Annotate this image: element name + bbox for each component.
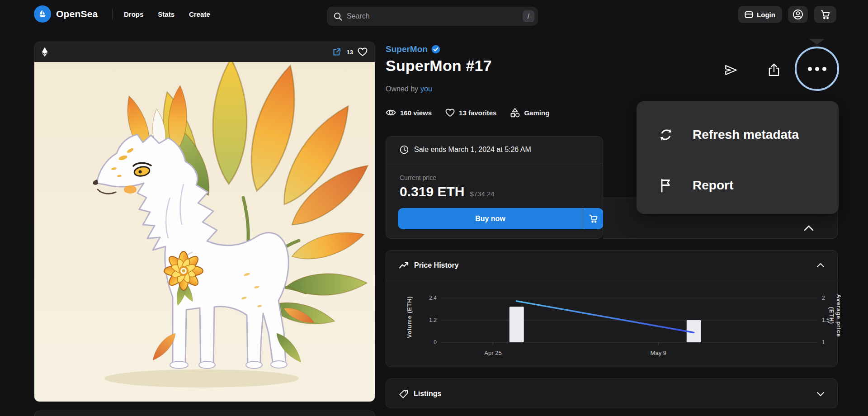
open-original-icon[interactable] — [332, 47, 341, 57]
item-stats: 160 views 13 favorites Gaming — [386, 108, 549, 118]
login-button[interactable]: Login — [738, 6, 782, 23]
more-options-menu: Refresh metadata Report — [637, 101, 839, 214]
tag-icon — [399, 389, 408, 399]
menu-caret — [809, 39, 825, 45]
svg-text:1.2: 1.2 — [429, 317, 437, 323]
svg-text:May 9: May 9 — [651, 350, 666, 356]
category-shapes-icon — [510, 108, 520, 118]
sale-ends-text: Sale ends March 1, 2024 at 5:26 AM — [414, 146, 531, 154]
sale-card: Sale ends March 1, 2024 at 5:26 AM Curre… — [386, 136, 603, 239]
svg-text:0: 0 — [434, 339, 437, 345]
listings-header[interactable]: Listings — [386, 379, 837, 409]
nav-link-stats[interactable]: Stats — [158, 10, 175, 18]
line-chart-icon — [399, 260, 409, 270]
menu-item-refresh-metadata[interactable]: Refresh metadata — [637, 109, 839, 160]
transfer-button[interactable] — [722, 61, 740, 79]
cart-icon — [589, 214, 598, 223]
login-label: Login — [757, 11, 775, 19]
add-to-cart-button[interactable] — [583, 208, 604, 229]
more-options-button[interactable] — [795, 47, 839, 91]
svg-text:1: 1 — [822, 339, 825, 345]
price-row: 0.319 ETH $734.24 — [400, 184, 603, 199]
nav-cart-button[interactable] — [814, 6, 836, 23]
sale-countdown-row: Sale ends March 1, 2024 at 5:26 AM — [386, 137, 603, 163]
description-card-peek — [34, 411, 375, 416]
nav-divider — [112, 9, 113, 19]
primary-nav: Drops Stats Create — [124, 0, 210, 28]
collection-row: SuperMon — [386, 44, 440, 54]
search-icon — [333, 12, 342, 21]
price-eth: 0.319 ETH — [400, 184, 464, 199]
search-bar: / — [327, 7, 538, 26]
nft-image[interactable] — [34, 62, 375, 402]
nft-media-card: 13 — [34, 42, 375, 402]
listings-title: Listings — [414, 390, 441, 398]
refresh-icon — [657, 126, 675, 143]
clock-icon — [400, 145, 409, 154]
price-history-header[interactable]: Price History — [386, 251, 837, 280]
user-circle-icon — [793, 9, 803, 20]
chevron-up-icon — [804, 225, 814, 231]
flag-icon — [657, 177, 675, 194]
price-history-panel: Price History 01.22.411.52Apr 25May 9 Vo… — [386, 250, 838, 367]
nft-artwork — [34, 62, 375, 402]
favorite-heart-icon[interactable] — [358, 47, 368, 57]
svg-text:2.4: 2.4 — [429, 295, 437, 301]
price-history-chart: 01.22.411.52Apr 25May 9 — [386, 280, 838, 368]
collection-link[interactable]: SuperMon — [386, 44, 428, 54]
account-button[interactable] — [788, 6, 808, 23]
owned-by-label: Owned by — [386, 85, 418, 93]
brand-wordmark: OpenSea — [56, 0, 98, 28]
eye-icon — [386, 109, 396, 117]
nav-link-drops[interactable]: Drops — [124, 10, 143, 18]
owner-row: Owned byyou — [386, 85, 432, 93]
svg-text:2: 2 — [822, 295, 825, 301]
ethereum-icon — [42, 47, 48, 57]
buy-row: Buy now — [398, 208, 604, 229]
media-toolbar: 13 — [34, 42, 375, 62]
chevron-up-icon — [816, 263, 825, 268]
category-stat: Gaming — [510, 108, 549, 118]
page-title: SuperMon #17 — [386, 57, 492, 75]
buy-now-button[interactable]: Buy now — [398, 208, 583, 229]
favorites-stat: 13 favorites — [445, 109, 496, 117]
cart-icon — [820, 9, 830, 20]
menu-item-report[interactable]: Report — [637, 160, 839, 211]
listings-panel: Listings — [386, 378, 838, 408]
share-button[interactable] — [765, 61, 783, 79]
heart-icon — [445, 109, 455, 117]
nav-link-create[interactable]: Create — [189, 10, 210, 18]
opensea-logo[interactable] — [34, 5, 51, 23]
ellipsis-icon — [808, 67, 812, 71]
price-history-title: Price History — [414, 261, 459, 269]
price-usd: $734.24 — [470, 190, 494, 198]
wallet-icon — [745, 11, 753, 19]
search-input[interactable] — [347, 12, 523, 20]
chevron-down-icon — [816, 392, 825, 397]
media-favorites-count: 13 — [347, 49, 353, 56]
collapse-section-button[interactable] — [801, 220, 817, 236]
opensea-item-page: OpenSea Drops Stats Create / Login — [0, 0, 868, 416]
svg-text:Apr 25: Apr 25 — [484, 350, 501, 356]
search-shortcut-key: / — [523, 10, 534, 22]
share-icon — [766, 62, 782, 78]
top-nav: OpenSea Drops Stats Create / Login — [0, 0, 868, 28]
owner-link[interactable]: you — [420, 85, 432, 93]
send-icon — [723, 62, 739, 78]
views-stat: 160 views — [386, 109, 432, 117]
current-price-label: Current price — [400, 174, 603, 181]
verified-badge-icon — [431, 45, 440, 54]
sailboat-icon — [38, 9, 47, 19]
